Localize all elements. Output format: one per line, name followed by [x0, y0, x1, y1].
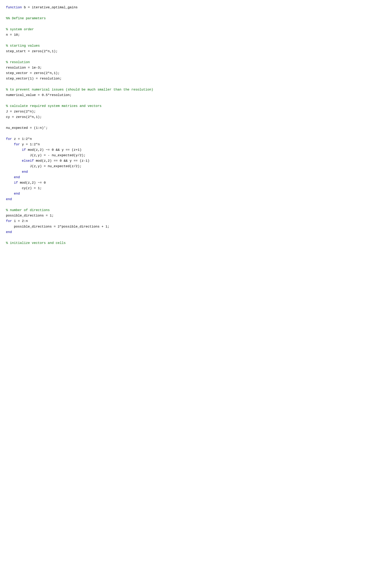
code-line: % resolution — [6, 60, 386, 65]
code-line: for i = 2:n — [6, 218, 386, 224]
code-line: J(z,y) = - nu_expected(y/2); — [6, 153, 386, 158]
code-line — [6, 120, 386, 125]
code-editor: function b = iterative_optimal_gains %% … — [6, 5, 386, 246]
code-line: possible_directions = 2*possible_directi… — [6, 224, 386, 229]
code-line: end — [6, 229, 386, 235]
code-line: % system order — [6, 27, 386, 32]
code-line: for z = 1:2*n — [6, 136, 386, 142]
code-line: % number of directions — [6, 207, 386, 213]
code-line: elseif mod(z,2) == 0 && y == (z-1) — [6, 158, 386, 164]
code-line: cy(z) = 1; — [6, 186, 386, 191]
code-line — [6, 38, 386, 43]
code-line — [6, 131, 386, 136]
code-line — [6, 235, 386, 240]
code-line: % to prevent numerical issues (should be… — [6, 87, 386, 92]
code-line: for y = 1:2*n — [6, 142, 386, 147]
code-line: end — [6, 169, 386, 175]
code-line: J = zeros(2*n); — [6, 109, 386, 114]
code-line: step_vector = zeros(2*n,1); — [6, 70, 386, 76]
code-line: if mod(z,2) ~= 0 — [6, 180, 386, 186]
code-line: n = 10; — [6, 32, 386, 38]
code-line: %% Define parameters — [6, 16, 386, 21]
code-line: nu_expected = (1:n)'; — [6, 125, 386, 131]
code-line: end — [6, 197, 386, 202]
code-line: cy = zeros(2*n,1); — [6, 114, 386, 120]
code-line: step_start = zeros(2*n,1); — [6, 49, 386, 54]
code-line: resolution = 1e-3; — [6, 65, 386, 70]
code-line: step_vector(1) = resolution; — [6, 76, 386, 81]
code-line: numerical_value = 0.5*resolution; — [6, 92, 386, 98]
code-line — [6, 54, 386, 60]
code-line — [6, 21, 386, 27]
code-line: % initialize vectors and cells — [6, 240, 386, 246]
code-line: % starting values — [6, 43, 386, 48]
code-line: end — [6, 191, 386, 196]
code-line: end — [6, 175, 386, 180]
code-line — [6, 202, 386, 207]
code-line: % calculate required system matrices and… — [6, 103, 386, 109]
code-line — [6, 10, 386, 16]
code-line: function b = iterative_optimal_gains — [6, 5, 386, 10]
code-line: if mod(z,2) ~= 0 && y == (z+1) — [6, 147, 386, 153]
code-line — [6, 81, 386, 87]
code-line: possible_directions = 1; — [6, 213, 386, 218]
code-line: J(z,y) = nu_expected(z/2); — [6, 164, 386, 169]
code-line — [6, 98, 386, 103]
